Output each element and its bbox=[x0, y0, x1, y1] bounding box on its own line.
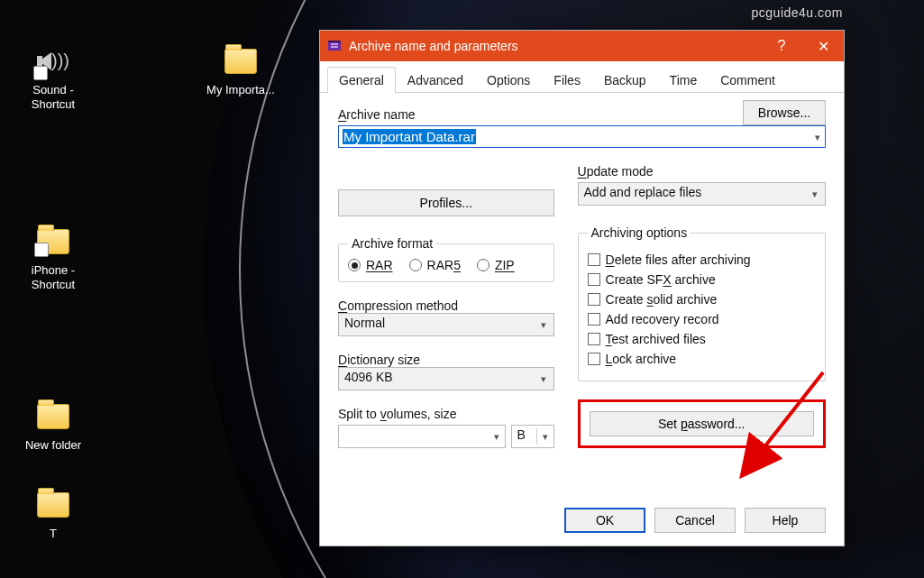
folder-icon bbox=[32, 487, 75, 523]
tab-bar: General Advanced Options Files Backup Ti… bbox=[320, 61, 844, 93]
desktop-icon-label: iPhone - Shortcut bbox=[13, 263, 94, 291]
update-mode-value: Add and replace files bbox=[584, 185, 702, 199]
checkbox-icon bbox=[588, 333, 600, 345]
svg-rect-2 bbox=[331, 43, 338, 45]
desktop-icon-label: My Importa... bbox=[200, 83, 281, 97]
set-password-highlight: Set password... bbox=[578, 399, 826, 448]
checkbox-add-recovery[interactable]: Add recovery record bbox=[588, 312, 816, 326]
update-mode-combo[interactable]: Add and replace files ▾ bbox=[578, 182, 826, 206]
browse-button[interactable]: Browse... bbox=[743, 100, 826, 125]
browse-label: Browse... bbox=[758, 106, 810, 120]
folder-icon bbox=[219, 43, 262, 79]
close-button[interactable]: ✕ bbox=[802, 31, 844, 61]
desktop-icon-my-important[interactable]: My Importa... bbox=[200, 43, 281, 97]
radio-rar[interactable]: RAR bbox=[348, 258, 393, 272]
radio-icon bbox=[409, 259, 422, 271]
desktop-icon-label: New folder bbox=[13, 438, 94, 453]
compression-method-combo[interactable]: Normal ▾ bbox=[338, 313, 554, 336]
dialog-buttons: OK Cancel Help bbox=[320, 499, 844, 546]
folder-shortcut-icon bbox=[32, 224, 75, 260]
checkbox-create-solid[interactable]: Create solid archive bbox=[588, 292, 816, 307]
dialog-title: Archive name and parameters bbox=[349, 39, 761, 53]
help-button[interactable]: ? bbox=[761, 31, 802, 61]
checkbox-icon bbox=[588, 353, 600, 365]
profiles-button[interactable]: Profiles... bbox=[338, 189, 554, 216]
radio-rar5[interactable]: RAR5 bbox=[409, 258, 461, 272]
tab-general[interactable]: General bbox=[327, 67, 396, 93]
chevron-down-icon: ▾ bbox=[541, 373, 546, 385]
split-size-combo[interactable]: ▾ bbox=[338, 425, 506, 448]
chevron-down-icon: ▾ bbox=[541, 319, 546, 331]
split-unit-combo[interactable]: B ▾ bbox=[511, 425, 554, 448]
tab-files[interactable]: Files bbox=[542, 67, 592, 93]
profiles-label: Profiles... bbox=[420, 196, 472, 210]
chevron-down-icon: ▾ bbox=[543, 431, 548, 443]
chevron-down-icon: ▾ bbox=[812, 188, 818, 200]
checkbox-delete-after-archiving[interactable]: Delete files after archiving bbox=[588, 252, 816, 267]
folder-icon bbox=[32, 399, 75, 435]
tab-options[interactable]: Options bbox=[475, 67, 542, 93]
tab-advanced[interactable]: Advanced bbox=[396, 67, 475, 93]
ok-button[interactable]: OK bbox=[564, 508, 645, 533]
checkbox-icon bbox=[588, 293, 600, 306]
desktop-icon-label: Sound - Shortcut bbox=[13, 83, 94, 111]
svg-rect-1 bbox=[328, 41, 341, 42]
tab-backup[interactable]: Backup bbox=[592, 67, 658, 93]
tab-comment[interactable]: Comment bbox=[709, 67, 787, 93]
radio-zip[interactable]: ZIP bbox=[477, 258, 515, 272]
chevron-down-icon: ▾ bbox=[494, 431, 499, 443]
cancel-button[interactable]: Cancel bbox=[654, 508, 736, 533]
checkbox-create-sfx[interactable]: Create SFX archive bbox=[588, 272, 816, 287]
winrar-icon bbox=[327, 39, 342, 53]
radio-icon bbox=[348, 259, 361, 271]
desktop-icon-label: T bbox=[13, 527, 94, 541]
tab-time[interactable]: Time bbox=[658, 67, 709, 93]
archiving-options-group: Archiving options Delete files after arc… bbox=[578, 225, 826, 381]
svg-rect-3 bbox=[331, 46, 338, 48]
desktop-icon-iphone-shortcut[interactable]: iPhone - Shortcut bbox=[13, 224, 94, 291]
archive-name-value: My Important Data.rar bbox=[343, 129, 476, 144]
radio-icon bbox=[477, 259, 489, 271]
titlebar[interactable]: Archive name and parameters ? ✕ bbox=[320, 31, 844, 61]
help-button-footer[interactable]: Help bbox=[745, 508, 826, 533]
speaker-icon: ))) bbox=[32, 43, 75, 79]
desktop-icon-new-folder[interactable]: New folder bbox=[13, 399, 94, 453]
split-volumes-label: Split to volumes, size bbox=[338, 407, 554, 421]
set-password-button[interactable]: Set password... bbox=[590, 411, 814, 436]
desktop-icon-t[interactable]: T bbox=[13, 487, 94, 541]
checkbox-lock-archive[interactable]: Lock archive bbox=[588, 352, 816, 366]
update-mode-label: Update mode bbox=[578, 164, 826, 179]
dictionary-size-label: Dictionary size bbox=[338, 353, 554, 367]
dictionary-value: 4096 KB bbox=[344, 370, 393, 384]
watermark-text: pcguide4u.com bbox=[752, 5, 843, 20]
checkbox-test-archived[interactable]: Test archived files bbox=[588, 332, 816, 346]
split-unit-value: B bbox=[517, 427, 526, 442]
checkbox-icon bbox=[588, 253, 600, 266]
checkbox-icon bbox=[588, 313, 600, 326]
compression-method-label: Compression method bbox=[338, 298, 554, 313]
archive-name-combo[interactable]: My Important Data.rar ▾ bbox=[338, 125, 826, 148]
compression-value: Normal bbox=[344, 316, 385, 330]
desktop-icon-sound-shortcut[interactable]: ))) Sound - Shortcut bbox=[13, 43, 94, 111]
archive-format-legend: Archive format bbox=[348, 236, 436, 251]
archive-dialog: Archive name and parameters ? ✕ General … bbox=[319, 30, 845, 546]
archiving-options-legend: Archiving options bbox=[588, 225, 691, 240]
archive-format-group: Archive format RAR RAR5 ZIP bbox=[338, 236, 554, 282]
dictionary-size-combo[interactable]: 4096 KB ▾ bbox=[338, 367, 554, 390]
checkbox-icon bbox=[588, 273, 600, 286]
